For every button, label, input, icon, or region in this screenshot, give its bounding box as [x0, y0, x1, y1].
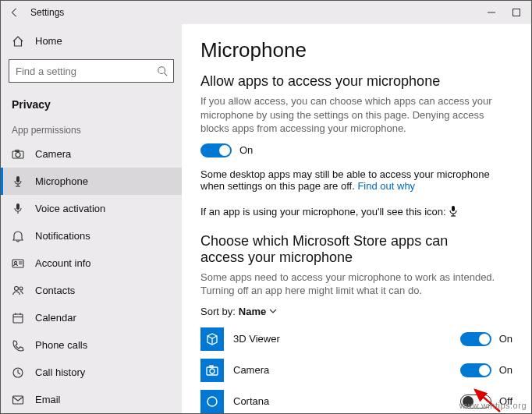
- app-icon-cortana: [200, 390, 224, 413]
- search-icon[interactable]: [154, 62, 171, 80]
- voice-icon: [12, 203, 24, 215]
- app-toggle-label: On: [499, 333, 512, 345]
- home-link[interactable]: Home: [1, 27, 182, 55]
- app-toggle-label: On: [499, 364, 512, 376]
- microphone-indicator-icon: [449, 206, 458, 219]
- camera-icon: [12, 148, 24, 161]
- svg-point-16: [15, 286, 19, 290]
- minimize-button[interactable]: [486, 7, 497, 18]
- sidebar-item-voice-activation[interactable]: Voice activation: [1, 195, 182, 222]
- back-button[interactable]: [5, 3, 24, 22]
- svg-rect-18: [13, 314, 23, 323]
- mic-in-use-note: If an app is using your microphone, you'…: [200, 206, 497, 219]
- sidebar-item-phone-calls[interactable]: Phone calls: [1, 331, 182, 359]
- chevron-down-icon: [269, 306, 277, 317]
- allow-apps-toggle-label: On: [239, 144, 253, 156]
- sidebar-item-email[interactable]: Email: [1, 386, 182, 413]
- choose-apps-heading: Choose which Microsoft Store apps can ac…: [200, 233, 481, 266]
- title-bar: Settings: [1, 1, 531, 24]
- app-icon-3d-viewer: [200, 327, 224, 351]
- app-row-3d-viewer: 3D Viewer On: [200, 324, 512, 355]
- page-title: Microphone: [200, 38, 512, 62]
- svg-point-30: [207, 397, 217, 406]
- app-name: 3D Viewer: [233, 333, 280, 345]
- app-icon-camera: [200, 359, 224, 382]
- sidebar-item-label: Contacts: [35, 285, 75, 296]
- sidebar-item-label: Email: [35, 394, 61, 405]
- card-icon: [12, 257, 24, 270]
- sidebar-item-microphone[interactable]: Microphone: [1, 168, 182, 195]
- svg-point-13: [14, 261, 16, 264]
- svg-rect-24: [452, 206, 455, 211]
- svg-line-3: [165, 73, 168, 76]
- app-row-camera: Camera On: [200, 355, 512, 386]
- svg-rect-23: [13, 396, 23, 404]
- calendar-icon: [12, 312, 24, 324]
- microphone-icon: [12, 175, 24, 188]
- sidebar-item-label: Account info: [35, 257, 91, 269]
- sidebar-item-label: Notifications: [35, 230, 90, 242]
- app-toggle-camera[interactable]: [460, 363, 491, 377]
- home-icon: [12, 35, 24, 48]
- mail-icon: [12, 394, 24, 406]
- watermark: www.wintips.org: [459, 401, 527, 410]
- svg-point-2: [158, 67, 165, 74]
- sidebar-item-contacts[interactable]: Contacts: [1, 277, 182, 304]
- desktop-apps-note: Some desktop apps may still be able to a…: [200, 168, 497, 192]
- bell-icon: [12, 230, 24, 242]
- svg-rect-7: [16, 176, 20, 182]
- sidebar-item-label: Phone calls: [35, 339, 87, 351]
- allow-apps-description: If you allow access, you can choose whic…: [200, 94, 497, 136]
- contacts-icon: [12, 285, 24, 297]
- app-name: Cortana: [233, 395, 269, 407]
- group-heading: App permissions: [1, 114, 182, 140]
- sidebar-item-label: Microphone: [35, 175, 88, 187]
- section-heading: Privacy: [1, 90, 182, 114]
- sidebar: Home Privacy App permissions Camera: [1, 24, 182, 413]
- svg-point-5: [16, 152, 20, 157]
- svg-rect-1: [513, 9, 520, 16]
- main-pane: Microphone Allow apps to access your mic…: [182, 24, 531, 413]
- app-toggle-3d-viewer[interactable]: [460, 332, 491, 346]
- sort-by-dropdown[interactable]: Sort by: Name: [200, 306, 512, 317]
- sidebar-item-label: Call history: [35, 366, 85, 378]
- window-title: Settings: [30, 7, 64, 18]
- svg-point-17: [20, 287, 23, 290]
- sidebar-item-call-history[interactable]: Call history: [1, 359, 182, 386]
- allow-apps-heading: Allow apps to access your microphone: [200, 73, 512, 90]
- sidebar-item-label: Calendar: [35, 312, 76, 324]
- sort-label: Sort by:: [200, 306, 236, 317]
- sort-value: Name: [239, 306, 266, 317]
- svg-rect-10: [16, 203, 20, 210]
- maximize-button[interactable]: [511, 7, 522, 18]
- find-out-why-link[interactable]: Find out why: [357, 180, 415, 192]
- sidebar-item-label: Voice activation: [35, 203, 105, 214]
- phone-icon: [12, 339, 24, 352]
- app-name: Camera: [233, 364, 269, 376]
- sidebar-item-account-info[interactable]: Account info: [1, 249, 182, 277]
- allow-apps-toggle[interactable]: [200, 143, 232, 157]
- choose-apps-description: Some apps need to access your microphone…: [200, 271, 497, 298]
- sidebar-item-label: Camera: [35, 148, 71, 160]
- svg-point-28: [210, 369, 215, 373]
- sidebar-item-camera[interactable]: Camera: [1, 140, 182, 168]
- svg-rect-29: [210, 366, 213, 367]
- sidebar-item-notifications[interactable]: Notifications: [1, 222, 182, 249]
- history-icon: [12, 366, 24, 379]
- home-label: Home: [35, 35, 62, 47]
- search-input[interactable]: [9, 59, 174, 83]
- sidebar-item-calendar[interactable]: Calendar: [1, 304, 182, 331]
